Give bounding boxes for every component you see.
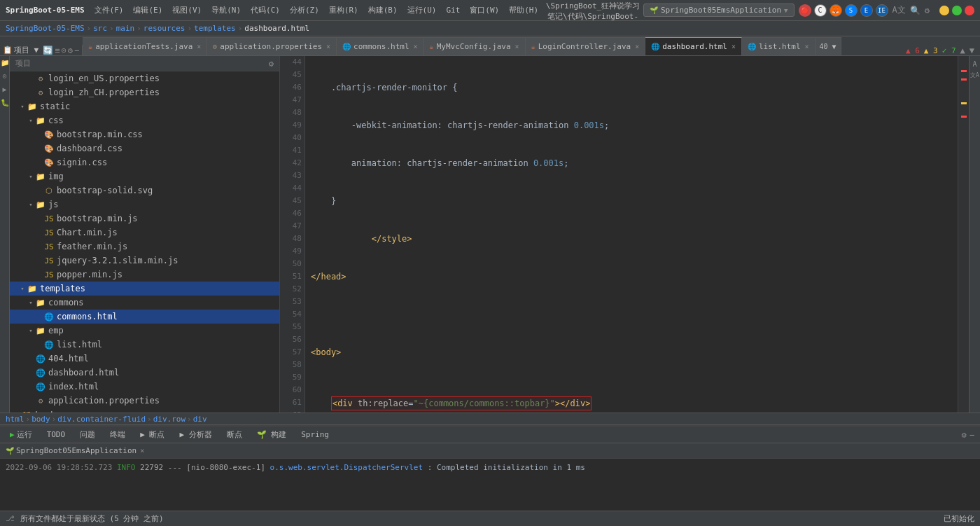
file-login-en[interactable]: ⚙ login_en_US.properties [10,71,279,85]
file-commons-html[interactable]: 🌐 commons.html [10,310,279,324]
activity-project-icon[interactable]: 📁 [1,59,9,67]
bottom-tab-breakpoints[interactable]: ▶ 断点 [133,428,172,441]
folder-commons[interactable]: ▾ 📁 commons [10,296,279,310]
maximize-button[interactable] [952,6,962,15]
bottom-tab-profiler[interactable]: ▶ 分析器 [172,428,219,441]
tab-close-icon[interactable]: × [326,43,330,50]
file-bootstrap-svg[interactable]: ⬡ bootstrap-solid.svg [10,184,279,198]
tab-close-icon[interactable]: × [414,43,418,50]
folder-img[interactable]: ▾ 📁 img [10,169,279,184]
file-404[interactable]: 🌐 404.html [10,352,279,366]
file-popper-js[interactable]: JS popper.min.js [10,268,279,282]
right-icon-lang[interactable]: 文A [970,70,980,80]
path-div-container[interactable]: div.container-fluid [57,415,146,424]
close-button[interactable] [965,6,974,15]
bottom-tab-build[interactable]: 🌱 构建 [250,428,295,441]
scroll-up-icon[interactable]: ▲ [960,46,965,55]
tab-more[interactable]: 40 ▼ [816,37,841,55]
file-feather-js[interactable]: JS feather.min.js [10,240,279,254]
bottom-settings-icon[interactable]: ⚙ [962,430,967,440]
file-dashboard-html[interactable]: 🌐 dashboard.html [10,366,279,380]
project-label[interactable]: 项目 ▼ [14,45,38,55]
tab-loginController[interactable]: ☕ LoginController.java × [526,37,646,55]
minimize-button[interactable] [939,6,949,15]
project-action-collapse[interactable]: ⊙ [61,46,66,55]
folder-js[interactable]: ▾ 📁 js [10,198,279,212]
code-editor[interactable]: 44 45 46 47 48 49 40 41 42 43 44 45 46 4… [280,56,958,413]
bottom-tab-issues[interactable]: 问题 [73,428,103,441]
tab-commons[interactable]: 🌐 commons.html × [337,37,424,55]
breadcrumb-item-project[interactable]: SpringBoot-05-EMS [6,24,85,33]
file-dashboard-css[interactable]: 🎨 dashboard.css [10,141,279,155]
activity-run-icon[interactable]: ▶ [2,85,6,93]
file-bootstrap-css[interactable]: 🎨 bootstrap.min.css [10,127,279,141]
run-config-selector[interactable]: 🌱 SpringBoot05EmsApplication ▼ [643,4,794,17]
path-div[interactable]: div [193,415,207,424]
tab-close-icon[interactable]: × [197,43,201,50]
path-div-row[interactable]: div.row [153,415,186,424]
folder-test[interactable]: ▾ 📁 test [10,408,279,413]
file-login-zh[interactable]: ⚙ login_zh_CH.properties [10,85,279,99]
folder-emp[interactable]: ▾ 📁 emp [10,324,279,338]
safari-icon[interactable]: S [845,4,858,17]
menu-build[interactable]: 构建(B) [364,4,402,17]
firefox-icon[interactable]: 🦊 [830,4,842,17]
menu-git[interactable]: Git [442,4,464,16]
menu-help[interactable]: 帮助(H) [505,4,542,17]
intellij-icon[interactable]: 🔴 [799,4,811,17]
scroll-down-icon[interactable]: ▼ [969,46,974,55]
bottom-tab-run[interactable]: ▶ 运行 [3,428,40,441]
run-tab-close[interactable]: × [140,447,144,455]
activity-commit-icon[interactable]: ⊙ [2,72,6,80]
folder-templates[interactable]: ▾ 📁 templates [10,282,279,296]
file-chart-js[interactable]: JS Chart.min.js [10,226,279,240]
path-html[interactable]: html [6,415,24,424]
tab-close-icon[interactable]: × [515,43,519,50]
bottom-tab-terminal[interactable]: 终端 [103,428,133,441]
menu-file[interactable]: 文件(F) [90,4,128,17]
file-list-html[interactable]: 🌐 list.html [10,338,279,352]
file-bootstrap-js[interactable]: JS bootstrap.min.js [10,212,279,226]
menu-refactor[interactable]: 重构(R) [325,4,363,17]
tab-close-icon[interactable]: × [732,43,736,50]
menu-run[interactable]: 运行(U) [403,4,441,17]
file-app-properties[interactable]: ⚙ application.properties [10,394,279,408]
folder-css[interactable]: ▾ 📁 css [10,113,279,127]
path-body[interactable]: body [31,415,50,424]
bottom-close-icon[interactable]: − [969,430,974,440]
menu-edit[interactable]: 编辑(E) [129,4,167,17]
menu-navigate[interactable]: 导航(N) [207,4,245,17]
folder-static[interactable]: ▾ 📁 static [10,99,279,113]
chrome-icon[interactable]: C [814,4,827,17]
right-icon-settings[interactable]: A [970,59,980,69]
edge-icon[interactable]: E [860,4,873,17]
breadcrumb-item-templates[interactable]: templates [194,24,236,33]
project-action-btn[interactable]: 🔄 [43,46,53,55]
bottom-tab-breakpoints2[interactable]: 断点 [220,428,250,441]
tab-list[interactable]: 🌐 list.html × [742,37,816,55]
tab-myMvcConfig[interactable]: ☕ MyMvcConfig.java × [424,37,526,55]
search-toolbar-icon[interactable]: 🔍 [910,6,920,15]
tab-close-icon[interactable]: × [635,43,639,50]
project-action-gear[interactable]: ⚙ [68,46,73,55]
tree-action-settings[interactable]: ⚙ [269,59,274,69]
bottom-tab-spring[interactable]: Spring [294,429,337,441]
ie-icon[interactable]: IE [876,4,888,17]
menu-analyze[interactable]: 分析(Z) [286,4,323,17]
breadcrumb-item-main[interactable]: main [116,24,135,33]
code-content[interactable]: .chartjs-render-monitor { -webkit-animat… [305,56,958,413]
settings-icon[interactable]: ⚙ [925,6,930,15]
project-action-minus[interactable]: − [74,46,79,55]
menu-view[interactable]: 视图(V) [168,4,206,17]
file-jquery-js[interactable]: JS jquery-3.2.1.slim.min.js [10,254,279,268]
file-signin-css[interactable]: 🎨 signin.css [10,155,279,169]
menu-code[interactable]: 代码(C) [246,4,284,17]
tab-appProperties[interactable]: ⚙ application.properties × [207,37,337,55]
tab-applicationTests[interactable]: ☕ applicationTests.java × [83,37,207,55]
breadcrumb-item-src[interactable]: src [93,24,107,33]
activity-debug-icon[interactable]: 🐛 [1,99,9,106]
tab-dashboard[interactable]: 🌐 dashboard.html × [645,37,742,55]
bottom-tab-todo[interactable]: TODO [40,429,74,441]
menu-window[interactable]: 窗口(W) [465,4,503,17]
file-index-html[interactable]: 🌐 index.html [10,380,279,394]
